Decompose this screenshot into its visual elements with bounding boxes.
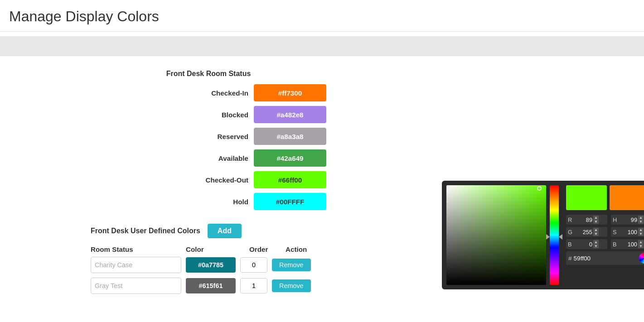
r-input[interactable] [574, 216, 592, 223]
g-up[interactable]: ▲ [593, 228, 599, 232]
hue-slider[interactable] [550, 185, 559, 285]
h-spin: ▲ ▼ [638, 216, 644, 224]
table-row: #0a7785 Remove [91, 257, 499, 273]
hash-label: # [568, 255, 572, 262]
reserved-color-btn[interactable]: #a8a3a8 [254, 128, 326, 145]
s-spin: ▲ ▼ [638, 228, 644, 236]
g-down[interactable]: ▼ [593, 232, 599, 236]
remove-button-2[interactable]: Remove [272, 279, 311, 292]
hue-arrow-right [559, 234, 562, 240]
col-header-room-status: Room Status [91, 245, 181, 253]
order-input-1[interactable] [240, 257, 267, 273]
b2-input[interactable] [619, 241, 637, 248]
status-row-checked-out: Checked-Out #66ff00 [91, 171, 326, 188]
status-row-available: Available #42a649 [91, 149, 326, 167]
r-up[interactable]: ▲ [593, 216, 599, 220]
rgb-hsb-grid: R ▲ ▼ H ▲ ▼ [566, 215, 644, 249]
b2-down[interactable]: ▼ [638, 244, 644, 248]
s-up[interactable]: ▲ [638, 228, 644, 232]
col-header-action: Action [286, 245, 340, 253]
s-input[interactable] [619, 229, 637, 235]
user-defined-header: Front Desk User Defined Colors Add [91, 224, 499, 238]
r-label: R [568, 216, 574, 223]
s-label: S [613, 229, 619, 235]
status-row-checked-in: Checked-In #ff7300 [91, 84, 326, 101]
col-header-color: Color [186, 245, 245, 253]
b2-input-row: B ▲ ▼ [611, 239, 644, 249]
b-input-row: B ▲ ▼ [566, 239, 607, 249]
room-status-input-1[interactable] [91, 257, 181, 273]
b-down[interactable]: ▼ [593, 244, 599, 248]
r-spin: ▲ ▼ [593, 216, 599, 224]
remove-button-1[interactable]: Remove [272, 259, 311, 271]
g-input[interactable] [574, 229, 592, 235]
b2-label: B [613, 241, 619, 248]
b-up[interactable]: ▲ [593, 240, 599, 244]
color-picker-right-panel: R ▲ ▼ H ▲ ▼ [566, 185, 644, 285]
hue-arrow-left [546, 234, 550, 240]
checked-in-label: Checked-In [199, 89, 248, 97]
room-status-section: Front Desk Room Status Checked-In #ff730… [91, 65, 462, 215]
g-input-row: G ▲ ▼ [566, 227, 607, 237]
color-gradient-box[interactable] [446, 185, 546, 285]
color-swatches [566, 185, 644, 210]
b-spin: ▲ ▼ [593, 240, 599, 248]
h-up[interactable]: ▲ [638, 216, 644, 220]
s-down[interactable]: ▼ [638, 232, 644, 236]
main-content: Front Desk Room Status Checked-In #ff730… [0, 61, 644, 317]
color-badge-1[interactable]: #0a7785 [186, 257, 236, 273]
available-label: Available [199, 154, 248, 162]
r-down[interactable]: ▼ [593, 220, 599, 224]
reserved-label: Reserved [199, 133, 248, 140]
h-input[interactable] [619, 216, 637, 223]
checked-in-color-btn[interactable]: #ff7300 [254, 84, 326, 101]
color-badge-2[interactable]: #615f61 [186, 278, 236, 293]
hex-row: # [566, 251, 644, 265]
page-title: Manage Display Colors [0, 0, 644, 32]
toolbar-bar [0, 36, 644, 56]
b-label: B [568, 241, 574, 248]
checked-out-color-btn[interactable]: #66ff00 [254, 171, 326, 188]
blocked-label: Blocked [199, 111, 248, 119]
user-defined-section: Front Desk User Defined Colors Add Room … [91, 224, 499, 298]
swatch-orange [610, 185, 644, 210]
user-defined-label: Front Desk User Defined Colors [91, 227, 200, 235]
table-row: #615f61 Remove [91, 278, 499, 294]
hold-label: Hold [199, 198, 248, 206]
add-button[interactable]: Add [208, 224, 242, 238]
h-down[interactable]: ▼ [638, 220, 644, 224]
r-input-row: R ▲ ▼ [566, 215, 607, 225]
order-input-2[interactable] [240, 278, 267, 293]
status-row-hold: Hold #00FFFF [91, 193, 326, 210]
available-color-btn[interactable]: #42a649 [254, 149, 326, 167]
status-row-blocked: Blocked #a482e8 [91, 106, 326, 123]
gradient-cursor [537, 186, 542, 191]
col-header-order: Order [249, 245, 281, 253]
blocked-color-btn[interactable]: #a482e8 [254, 106, 326, 123]
status-row-reserved: Reserved #a8a3a8 [91, 128, 326, 145]
h-label: H [613, 216, 619, 223]
g-spin: ▲ ▼ [593, 228, 599, 236]
room-status-title: Front Desk Room Status [91, 70, 326, 78]
swatch-green [566, 185, 607, 210]
s-input-row: S ▲ ▼ [611, 227, 644, 237]
room-status-input-2[interactable] [91, 278, 181, 294]
hold-color-btn[interactable]: #00FFFF [254, 193, 326, 210]
hex-input[interactable] [574, 255, 605, 262]
b2-spin: ▲ ▼ [638, 240, 644, 248]
b-input[interactable] [574, 241, 592, 248]
table-header-row: Room Status Color Order Action [91, 245, 499, 253]
checked-out-label: Checked-Out [199, 176, 248, 184]
g-label: G [568, 229, 574, 235]
b2-up[interactable]: ▲ [638, 240, 644, 244]
color-wheel-icon[interactable] [639, 253, 644, 264]
h-input-row: H ▲ ▼ [611, 215, 644, 225]
color-picker-popup: R ▲ ▼ H ▲ ▼ [442, 181, 644, 289]
